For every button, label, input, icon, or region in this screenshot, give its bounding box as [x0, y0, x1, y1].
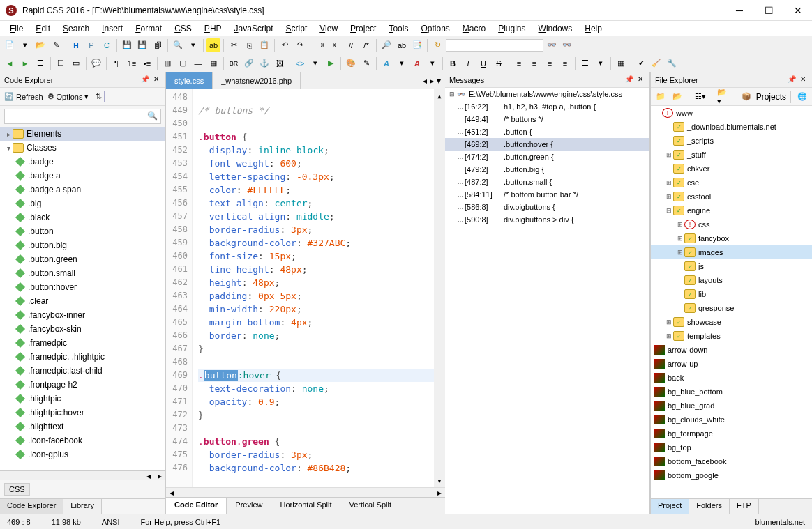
editor-tab-preview[interactable]: Preview: [227, 498, 271, 514]
fe-globe-icon[interactable]: 🌐: [795, 90, 809, 104]
open-file-icon[interactable]: 📂: [33, 38, 47, 52]
class-item[interactable]: .button:hover: [0, 280, 165, 294]
align-left-icon[interactable]: ≡: [512, 56, 526, 70]
forward-icon[interactable]: ►: [18, 56, 32, 70]
font-a-red-icon[interactable]: A: [410, 56, 424, 70]
ce-tab-code-explorer[interactable]: Code Explorer: [0, 499, 63, 514]
message-item[interactable]: …[451:2].button {: [445, 125, 649, 138]
uncomment-icon[interactable]: /*: [359, 38, 373, 52]
form-icon[interactable]: ☰: [578, 56, 592, 70]
message-item[interactable]: …[487:2].button.small {: [445, 176, 649, 188]
fe-folder[interactable]: ⊞csstool: [651, 190, 812, 204]
class-item[interactable]: .icon-gplus: [0, 447, 165, 461]
scroll-left-icon[interactable]: ◂: [143, 471, 154, 480]
layout-icon[interactable]: ▥: [160, 56, 174, 70]
menu-css[interactable]: CSS: [169, 22, 197, 35]
message-item[interactable]: …[474:2].button.green {: [445, 151, 649, 163]
class-item[interactable]: .hlightpic: [0, 392, 165, 406]
class-item[interactable]: .badge a: [0, 169, 165, 183]
menu-insert[interactable]: Insert: [96, 22, 128, 35]
new-file-dropdown-icon[interactable]: ▾: [18, 38, 32, 52]
highlight-icon[interactable]: ab: [206, 38, 220, 52]
fe-file[interactable]: arrow-up: [651, 357, 812, 371]
preview-icon[interactable]: 🔍: [171, 38, 185, 52]
align-center-icon[interactable]: ≡: [527, 56, 541, 70]
binoculars-next-icon[interactable]: 👓: [560, 38, 574, 52]
class-item[interactable]: .frontpage h2: [0, 378, 165, 392]
region-icon[interactable]: ▭: [69, 56, 83, 70]
image-icon[interactable]: 🖼: [273, 56, 287, 70]
validate-icon[interactable]: ✔: [634, 56, 648, 70]
explorer-search-input[interactable]: [4, 109, 161, 124]
redo-icon[interactable]: ↷: [293, 38, 307, 52]
fe-folder[interactable]: _scripts: [651, 134, 812, 148]
class-item[interactable]: .framedpic: [0, 336, 165, 350]
fe-file[interactable]: bottom_google: [651, 468, 812, 482]
sort-icon[interactable]: ⇅: [93, 91, 105, 102]
menu-edit[interactable]: Edit: [30, 22, 56, 35]
fe-folder[interactable]: lib: [651, 287, 812, 301]
quick-search-input[interactable]: [446, 39, 543, 52]
php-icon[interactable]: P: [84, 38, 98, 52]
menu-project[interactable]: Project: [345, 22, 382, 35]
back-icon[interactable]: ◄: [3, 56, 17, 70]
editor-tab-vertical-split[interactable]: Vertical Split: [340, 498, 400, 514]
fe-folder[interactable]: chkver: [651, 162, 812, 176]
fe-file[interactable]: bg_blue_bottom: [651, 385, 812, 399]
fe-file[interactable]: back: [651, 371, 812, 385]
class-item[interactable]: .badge a span: [0, 183, 165, 197]
fe-folder[interactable]: _download.blumentals.net: [651, 120, 812, 134]
run-icon[interactable]: ↻: [430, 38, 444, 52]
menu-options[interactable]: Options: [415, 22, 455, 35]
minimize-button[interactable]: ─: [731, 5, 748, 16]
menu-file[interactable]: File: [4, 22, 29, 35]
message-item[interactable]: …[449:4]/* buttons */: [445, 113, 649, 125]
preview-dropdown-icon[interactable]: ▾: [186, 38, 200, 52]
refresh-button[interactable]: 🔄 Refresh: [4, 92, 43, 101]
font-red-dropdown-icon[interactable]: ▾: [426, 56, 439, 70]
underline-icon[interactable]: U: [476, 56, 490, 70]
color-wheel-icon[interactable]: 🎨: [344, 56, 358, 70]
pin-icon[interactable]: 📌: [140, 75, 150, 85]
fe-tab-folders[interactable]: Folders: [689, 499, 730, 514]
align-justify-icon[interactable]: ≡: [558, 56, 572, 70]
strike-icon[interactable]: S: [492, 56, 506, 70]
classes-node[interactable]: ▾Classes: [0, 141, 165, 155]
tab-next-icon[interactable]: ▸: [430, 76, 434, 86]
class-item[interactable]: .black: [0, 210, 165, 224]
form-dropdown-icon[interactable]: ▾: [594, 56, 608, 70]
class-item[interactable]: .framedpic, .hlightpic: [0, 350, 165, 364]
class-item[interactable]: .button.big: [0, 238, 165, 252]
menu-php[interactable]: PHP: [199, 22, 227, 35]
file-tab[interactable]: _whatsnew2016.php: [213, 72, 301, 89]
ce-tab-library[interactable]: Library: [63, 499, 102, 514]
bookmark-icon[interactable]: ☐: [54, 56, 68, 70]
tag-dropdown-icon[interactable]: ▾: [308, 56, 322, 70]
scroll-up-icon[interactable]: ▴: [437, 89, 442, 102]
fe-new-folder-icon[interactable]: 📁: [654, 90, 668, 104]
html-icon[interactable]: H: [69, 38, 83, 52]
css-icon[interactable]: C: [100, 38, 114, 52]
fe-file[interactable]: bg_formpage: [651, 427, 812, 440]
bold-icon[interactable]: B: [446, 56, 460, 70]
fe-refresh-icon[interactable]: 📂: [670, 90, 684, 104]
message-item[interactable]: …[586:8]div.bigbuttons {: [445, 201, 649, 213]
fe-folder[interactable]: layouts: [651, 273, 812, 287]
scroll-down-icon[interactable]: ▾: [437, 474, 442, 487]
fe-projects-label[interactable]: Projects: [756, 92, 786, 102]
pin-icon[interactable]: 📌: [624, 75, 634, 85]
link-icon[interactable]: 🔗: [242, 56, 256, 70]
search-icon[interactable]: 🔍: [147, 111, 158, 122]
menu-search[interactable]: Search: [57, 22, 95, 35]
menu-view[interactable]: View: [314, 22, 343, 35]
class-item[interactable]: .hlighttext: [0, 420, 165, 434]
fe-folder[interactable]: ⊞cse: [651, 176, 812, 190]
list-ul-icon[interactable]: •≡: [140, 56, 154, 70]
fe-file[interactable]: bg_blue_grad: [651, 399, 812, 413]
code-editor[interactable]: 4484494504514524534544554564574584594604…: [166, 89, 445, 487]
fe-view-icon[interactable]: ☷▾: [693, 90, 707, 104]
class-item[interactable]: .fancybox-skin: [0, 322, 165, 336]
editor-tab-horizontal-split[interactable]: Horizontal Split: [271, 498, 340, 514]
save-all-icon[interactable]: 💾: [135, 38, 149, 52]
play-icon[interactable]: ▶: [324, 56, 338, 70]
